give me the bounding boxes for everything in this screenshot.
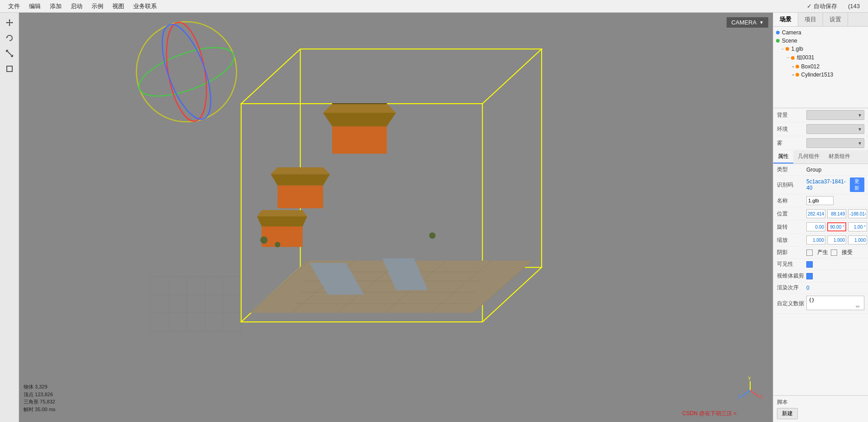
environment-label: 环境 <box>777 125 806 133</box>
svg-marker-0 <box>9 19 10 20</box>
name-input[interactable] <box>806 196 834 205</box>
menu-business[interactable]: 业务联系 <box>129 0 161 12</box>
scene-3d-view <box>19 13 773 422</box>
shadow-checkboxes: 产生 接受 <box>806 249 864 256</box>
rotation-label: 旋转 <box>777 223 806 231</box>
shadow-receive-checkbox[interactable] <box>831 249 837 256</box>
shadow-label: 阴影 <box>777 249 806 256</box>
svg-marker-2 <box>6 22 7 24</box>
tree-label-scene: Scene <box>782 38 797 44</box>
tree-item-cylinder[interactable]: • Cylinder1513 <box>790 71 868 79</box>
menu-file[interactable]: 文件 <box>4 0 24 12</box>
fog-label: 雾 <box>777 139 806 147</box>
camera-dropdown[interactable]: CAMERA ▼ <box>727 17 768 28</box>
svg-rect-6 <box>105 13 688 422</box>
scale-x-input[interactable] <box>806 235 825 245</box>
fog-dropdown[interactable]: ▼ <box>806 138 864 148</box>
position-x-input[interactable] <box>806 209 825 218</box>
arrow-cylinder: • <box>792 72 794 77</box>
stat-frametime: 帧时 35.00 ms <box>24 406 55 413</box>
menu-start[interactable]: 启动 <box>66 0 87 12</box>
prop-tab-attributes[interactable]: 属性 <box>773 150 793 163</box>
stat-objects: 物体 3,329 <box>24 383 55 391</box>
menu-view[interactable]: 视图 <box>108 0 129 12</box>
menu-add[interactable]: 添加 <box>45 0 66 12</box>
arrow-1glb: − <box>781 47 784 52</box>
position-z-input[interactable] <box>848 209 867 218</box>
id-value: 5c1aca37-1841-40 <box>806 178 848 191</box>
prop-tabs: 属性 几何组件 材质组件 <box>773 150 868 164</box>
scale-y-input[interactable] <box>827 235 846 245</box>
type-value: Group <box>806 167 864 173</box>
properties-section: 类型 Group 识别码 5c1aca37-1841-40 更新 名称 位置 <box>773 164 868 395</box>
main-container: CAMERA ▼ <box>0 13 868 422</box>
position-y-input[interactable] <box>827 209 846 218</box>
tab-scene[interactable]: 场景 <box>773 13 798 26</box>
svg-rect-37 <box>332 126 387 153</box>
svg-text:X: X <box>760 394 763 399</box>
tree-item-box012[interactable]: • Box012 <box>790 62 868 71</box>
environment-dropdown[interactable]: ▼ <box>806 124 864 134</box>
svg-point-47 <box>260 236 267 244</box>
visibility-checkbox[interactable] <box>806 261 813 268</box>
camera-dot <box>776 31 780 34</box>
viewport-stats: 物体 3,329 顶点 123,826 三角形 75,832 帧时 35.00 … <box>24 383 55 413</box>
rotation-x-input[interactable] <box>806 222 825 231</box>
right-panel: 场景 项目 设置 Camera Scene − 1.glb <box>773 13 868 422</box>
frustum-label: 视锥体裁剪 <box>777 272 806 280</box>
tab-settings[interactable]: 设置 <box>823 13 848 26</box>
tree-label-group: 组0031 <box>797 54 815 62</box>
svg-marker-35 <box>323 113 396 126</box>
viewport[interactable]: CAMERA ▼ <box>19 13 773 422</box>
svg-point-49 <box>429 232 436 239</box>
move-tool[interactable] <box>3 16 16 29</box>
tree-label-box012: Box012 <box>801 63 820 70</box>
arrow-group: − <box>787 55 790 60</box>
tree-item-group[interactable]: − 组0031 <box>784 53 868 62</box>
menu-examples[interactable]: 示例 <box>87 0 108 12</box>
rotation-row: 旋转 <box>773 221 868 234</box>
svg-marker-1 <box>9 25 10 26</box>
tree-label-1glb: 1.glb <box>791 46 803 52</box>
tree-item-scene[interactable]: Scene <box>773 37 868 45</box>
box012-dot <box>795 65 799 68</box>
prop-tab-material[interactable]: 材质组件 <box>824 150 855 163</box>
update-button[interactable]: 更新 <box>850 177 864 192</box>
position-label: 位置 <box>777 210 806 218</box>
render-order-label: 渲染次序 <box>777 284 806 292</box>
custom-data-label: 自定义数据 <box>777 300 806 307</box>
new-script-button[interactable]: 新建 <box>777 408 798 419</box>
background-dropdown[interactable]: ▼ <box>806 110 864 120</box>
svg-text:Y: Y <box>748 377 751 381</box>
background-row: 背景 ▼ <box>773 108 868 122</box>
tab-project[interactable]: 项目 <box>798 13 823 26</box>
render-order-row: 渲染次序 0 <box>773 282 868 294</box>
svg-marker-42 <box>257 216 307 226</box>
rotation-y-input[interactable] <box>827 222 846 231</box>
scale-z-input[interactable] <box>848 235 867 245</box>
panel-tabs: 场景 项目 设置 <box>773 13 868 27</box>
svg-rect-44 <box>262 226 302 247</box>
scale-tool[interactable] <box>3 47 16 60</box>
watermark: CSDN @在下胡三汉 = <box>682 410 737 417</box>
scale-label: 缩放 <box>777 236 806 244</box>
scale-inputs <box>806 235 867 245</box>
menu-edit[interactable]: 编辑 <box>24 0 45 12</box>
select-tool[interactable] <box>3 62 16 75</box>
name-label: 名称 <box>777 197 806 205</box>
shadow-cast-checkbox[interactable] <box>806 249 813 256</box>
environment-arrow-icon: ▼ <box>858 127 862 132</box>
cylinder-dot <box>795 73 799 77</box>
chevron-down-icon: ▼ <box>759 20 764 25</box>
auto-save-label: ✓ 自动保存 <box>802 0 842 12</box>
frustum-checkbox[interactable] <box>806 273 813 279</box>
visibility-label: 可见性 <box>777 260 806 268</box>
rotate-tool[interactable] <box>3 32 16 44</box>
id-label: 识别码 <box>777 181 806 189</box>
rotation-z-input[interactable] <box>848 222 867 231</box>
prop-tab-geometry[interactable]: 几何组件 <box>793 150 824 163</box>
rotation-inputs <box>806 222 867 231</box>
tree-item-1glb[interactable]: − 1.glb <box>779 45 868 53</box>
menu-right: ✓ 自动保存 (143 <box>802 0 864 12</box>
tree-item-camera[interactable]: Camera <box>773 29 868 37</box>
